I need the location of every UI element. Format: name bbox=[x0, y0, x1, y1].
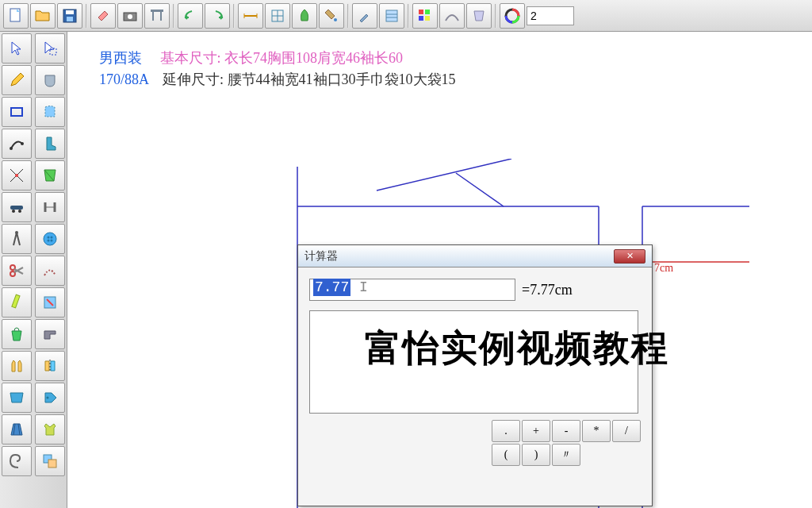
key-rparen[interactable]: ) bbox=[522, 444, 550, 466]
compass-tool[interactable] bbox=[2, 224, 32, 254]
svg-point-31 bbox=[12, 210, 15, 213]
calculator-dialog: 计算器 ✕ 7.77 I =7.77cm . + - * / ( ) 〃 bbox=[297, 244, 653, 506]
button-tool[interactable] bbox=[35, 224, 65, 254]
new-file-button[interactable] bbox=[3, 3, 29, 29]
ruler-tool[interactable] bbox=[35, 192, 65, 222]
colorwheel-button[interactable] bbox=[500, 3, 525, 29]
scissors-tool[interactable] bbox=[2, 256, 32, 286]
size-spec: 170/88A bbox=[99, 71, 148, 87]
calculator-keypad: . + - * / ( ) 〃 bbox=[492, 420, 641, 466]
svg-point-48 bbox=[51, 237, 53, 239]
curve-tool-button[interactable] bbox=[439, 3, 465, 29]
ext-size-label: 延伸尺寸: bbox=[163, 71, 224, 87]
pocket-tool[interactable] bbox=[35, 65, 65, 95]
curve-tool[interactable] bbox=[2, 129, 32, 159]
svg-point-33 bbox=[15, 231, 18, 234]
key-plus[interactable]: + bbox=[522, 420, 550, 442]
svg-point-53 bbox=[47, 397, 49, 399]
undo-button[interactable] bbox=[178, 3, 203, 29]
red-annotation: 7cm bbox=[654, 262, 673, 275]
vest2-tool[interactable] bbox=[35, 414, 65, 444]
ext-size-values: 腰节44袖宽41袖口30手巾袋10大袋15 bbox=[228, 71, 456, 87]
svg-point-15 bbox=[334, 18, 337, 21]
pen2-tool[interactable] bbox=[2, 287, 32, 318]
pencil-tool[interactable] bbox=[2, 65, 32, 95]
save-button[interactable] bbox=[57, 3, 82, 29]
flip-tool[interactable] bbox=[35, 351, 65, 381]
toolbar-number-input[interactable] bbox=[527, 6, 574, 25]
calculator-input[interactable]: 7.77 I bbox=[309, 279, 515, 301]
open-file-button[interactable] bbox=[30, 3, 56, 29]
camera-button[interactable] bbox=[117, 3, 143, 29]
svg-point-5 bbox=[128, 14, 132, 19]
vest-tool[interactable] bbox=[2, 351, 32, 381]
seam-tool[interactable] bbox=[35, 256, 65, 286]
tool-column-2 bbox=[33, 32, 67, 508]
calculator-result: =7.77cm bbox=[522, 282, 573, 298]
svg-point-49 bbox=[48, 240, 50, 242]
garment-name: 男西装 bbox=[99, 50, 142, 66]
bag-tool[interactable] bbox=[2, 319, 32, 349]
canvas-area: 男西装 基本尺寸: 衣长74胸围108肩宽46袖长60 170/88A 延伸尺寸… bbox=[67, 32, 812, 508]
svg-point-50 bbox=[51, 240, 53, 242]
key-minus[interactable]: - bbox=[552, 420, 580, 442]
pattern-tool[interactable] bbox=[35, 160, 65, 190]
machine-tool[interactable] bbox=[35, 319, 65, 349]
clone-tool[interactable] bbox=[35, 446, 65, 476]
palette-button[interactable] bbox=[412, 3, 438, 29]
shape-button[interactable] bbox=[292, 3, 317, 29]
svg-rect-21 bbox=[419, 16, 423, 21]
measure-button[interactable] bbox=[238, 3, 263, 29]
skirt-tool[interactable] bbox=[2, 414, 32, 444]
svg-point-32 bbox=[18, 210, 21, 213]
tool-column-1 bbox=[0, 32, 33, 508]
svg-rect-22 bbox=[425, 16, 430, 21]
plotter-button[interactable] bbox=[144, 3, 170, 29]
svg-point-47 bbox=[48, 237, 50, 239]
svg-rect-38 bbox=[12, 294, 20, 308]
left-toolbars bbox=[0, 32, 67, 508]
svg-line-61 bbox=[377, 159, 511, 190]
basic-size-values: 衣长74胸围108肩宽46袖长60 bbox=[224, 50, 403, 66]
svg-rect-6 bbox=[151, 10, 163, 12]
toolbar-divider bbox=[495, 4, 496, 28]
grid-button[interactable] bbox=[265, 3, 290, 29]
redo-button[interactable] bbox=[205, 3, 230, 29]
svg-point-26 bbox=[21, 142, 24, 145]
paint-button[interactable] bbox=[319, 3, 344, 29]
tag-tool[interactable] bbox=[35, 383, 65, 413]
svg-point-29 bbox=[15, 174, 18, 177]
boot-tool[interactable] bbox=[35, 129, 65, 159]
key-quote[interactable]: 〃 bbox=[552, 444, 580, 466]
svg-rect-3 bbox=[67, 17, 73, 21]
key-lparen[interactable]: ( bbox=[492, 444, 520, 466]
watermark-text: 富怡实例视频教程 bbox=[365, 324, 669, 373]
key-multiply[interactable]: * bbox=[582, 420, 611, 442]
svg-point-25 bbox=[10, 147, 13, 150]
svg-rect-2 bbox=[66, 10, 74, 14]
svg-rect-20 bbox=[425, 10, 430, 14]
brush-button[interactable] bbox=[352, 3, 377, 29]
texture-button[interactable] bbox=[379, 3, 404, 29]
edit-tool[interactable] bbox=[35, 287, 65, 318]
key-divide[interactable]: / bbox=[612, 420, 641, 442]
misc-tool-button[interactable] bbox=[466, 3, 492, 29]
spiral-tool[interactable] bbox=[2, 446, 32, 476]
svg-rect-16 bbox=[386, 10, 397, 21]
svg-rect-30 bbox=[10, 206, 23, 210]
vehicle-tool[interactable] bbox=[2, 192, 32, 222]
svg-rect-19 bbox=[419, 10, 423, 14]
select-tool[interactable] bbox=[35, 33, 65, 64]
pointer-tool[interactable] bbox=[2, 33, 32, 64]
info-text-block: 男西装 基本尺寸: 衣长74胸围108肩宽46袖长60 170/88A 延伸尺寸… bbox=[99, 48, 780, 90]
eraser-button[interactable] bbox=[90, 3, 116, 29]
key-dot[interactable]: . bbox=[492, 420, 520, 442]
fabric-tool[interactable] bbox=[2, 383, 32, 413]
calculator-titlebar[interactable]: 计算器 ✕ bbox=[298, 245, 652, 267]
toolbar-divider bbox=[408, 4, 409, 28]
close-button[interactable]: ✕ bbox=[614, 249, 645, 264]
rectangle-tool[interactable] bbox=[2, 97, 32, 127]
piece-tool[interactable] bbox=[35, 97, 65, 127]
anchor-tool[interactable] bbox=[2, 160, 32, 190]
toolbar-divider bbox=[173, 4, 174, 28]
